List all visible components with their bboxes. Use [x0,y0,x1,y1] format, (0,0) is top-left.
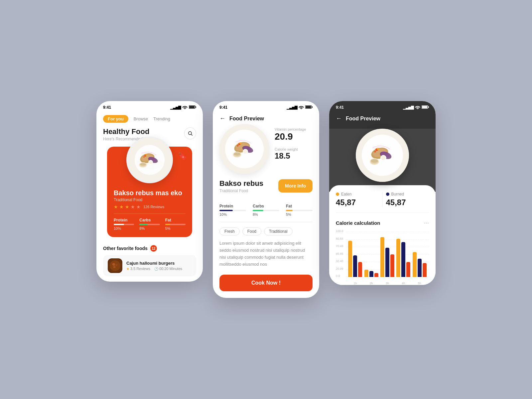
bar-group-4h [396,239,410,277]
bar-2h-eaten [364,270,368,277]
svg-point-56 [381,156,386,160]
bar-3h-burned [385,248,389,277]
eb-divider [382,192,383,207]
prev-protein: Protein 10% [219,204,246,216]
svg-line-4 [191,134,193,136]
header-title: Healthy Food [103,127,156,136]
svg-rect-28 [312,106,313,108]
search-button[interactable] [184,127,196,139]
food-item-name: Cajun halloumi burgers [126,261,192,266]
prev-carbs: Carbs 8% [253,204,279,216]
svg-point-15 [146,154,147,156]
star-2: ★ [119,204,124,209]
x-label-4h: 4h [402,282,405,285]
stars-row: ★ ★ ★ ★ ★ 126 Reviews [114,204,186,209]
back-button-2[interactable]: ← [219,115,225,122]
back-button-3[interactable]: ← [336,115,342,122]
burned-label: Burned [391,192,404,197]
svg-point-36 [237,145,239,147]
preview-title-2: Food Preview [229,116,264,122]
nutrition-row: Protein 10% Carbs 8% [114,218,186,230]
bar-group-5h [413,252,427,277]
preview-plate [219,124,269,174]
signal-icon-3: ▁▃▅▇ [403,105,414,110]
hero-food-name: Bakso rebus mas eko [114,189,186,197]
bar-group-1h [348,241,362,277]
svg-point-39 [243,150,247,154]
svg-point-3 [189,132,192,135]
vitamin-value: 20.9 [275,131,313,142]
svg-rect-1 [189,106,195,108]
dark-header: ← Food Preview [329,112,436,129]
svg-point-25 [113,266,116,268]
nutrition-fat: Fat 5% [165,218,186,230]
eaten-label-row: Eaten [336,192,379,197]
screen2: 9:41 ▁▃▅▇ ← Food Preview [213,101,319,298]
preview-stats: Vitamin percentage 20.9 Calorie weight 1… [275,124,313,166]
other-foods-header: Other favorite foods 12 [103,245,196,252]
bar-5h-eaten [413,252,417,277]
tab-browse[interactable]: Browse [134,116,148,121]
star-small: ★ [126,267,129,271]
vitamin-label: Vitamin percentage [275,127,313,131]
bar-4h-burned [401,242,405,277]
calorie-value: 18.5 [275,151,313,161]
wifi-icon-3 [415,105,420,110]
nutrition-carbs: Carbs 8% [139,218,160,230]
signal-icon-2: ▁▃▅▇ [287,105,297,110]
eaten-item: Eaten 45,87 [336,192,379,207]
bar-5h-other [423,263,427,277]
bar-3h-other [390,254,394,277]
cook-now-button[interactable]: Cook Now ! [219,275,313,291]
svg-point-24 [115,264,117,266]
bar-4h-eaten [396,239,400,277]
star-3: ★ [125,204,129,209]
calorie-chart: 100.0 80.54 70.43 45.65 32.40 20.09 0.0 [336,232,429,285]
bar-5h-burned [418,259,422,277]
tag-fresh[interactable]: Fresh [219,227,240,235]
time-2: 9:41 [219,105,227,110]
svg-point-14 [143,156,145,158]
svg-point-23 [112,263,115,266]
star-1: ★ [114,204,118,209]
foods-count-badge: 12 [150,245,157,252]
hero-card-wrapper: 🔖 Bakso rebus mas eko Traditional Food ★… [96,147,203,245]
calorie-header: Calorie calculation ··· [336,219,429,226]
screen3: 9:41 ▁▃▅▇ ← Food Preview [329,101,436,285]
preview-top: Vitamin percentage 20.9 Calorie weight 1… [219,124,313,174]
tab-trending[interactable]: Trending [153,116,170,121]
bar-2h-other [374,273,378,277]
svg-rect-44 [422,106,427,108]
svg-point-42 [234,152,240,156]
svg-point-59 [371,159,378,163]
more-info-button[interactable]: More Info [278,179,313,193]
tab-for-you[interactable]: For you [103,115,128,123]
other-foods-label: Other favorite foods [103,246,148,251]
screens-container: 9:41 ▁▃▅▇ For you Browse Trending Health… [96,101,436,298]
dark-plate-image [356,129,409,182]
nav-tabs: For you Browse Trending [96,112,203,126]
more-options-button[interactable]: ··· [424,219,429,226]
svg-point-53 [374,151,376,153]
burned-label-row: Burned [386,192,429,197]
food-description: Lorem ipsum dolor sit ametr adipisicing … [219,240,313,268]
status-icons-3: ▁▃▅▇ [403,105,429,110]
preview-header-2: ← Food Preview [213,112,319,124]
burned-value: 45,87 [386,198,429,207]
food-time: 🕐 00:20 Minutes [154,267,182,271]
bar-1h-burned [353,255,357,277]
wifi-icon [182,105,188,110]
bookmark-icon[interactable]: 🔖 [178,152,187,161]
other-foods-section: Other favorite foods 12 [96,245,203,282]
screen1: 9:41 ▁▃▅▇ For you Browse Trending Health… [96,101,203,282]
star-4: ★ [131,204,135,209]
eaten-burned-row: Eaten 45,87 Burned 45,87 [336,192,429,213]
screen1-content: For you Browse Trending Healthy Food Her… [96,112,203,282]
tag-traditional[interactable]: Traditional [264,227,293,235]
food-list-item[interactable]: Cajun halloumi burgers ★ 3.5 Reviews 🕐 0… [103,255,196,276]
food-name-row: Bakso rebus Traditional Food More Info [219,179,313,199]
prev-fat: Fat 5% [286,204,313,216]
status-bar-2: 9:41 ▁▃▅▇ [213,101,319,112]
burned-dot [386,193,389,196]
tag-food[interactable]: Food [242,227,261,235]
